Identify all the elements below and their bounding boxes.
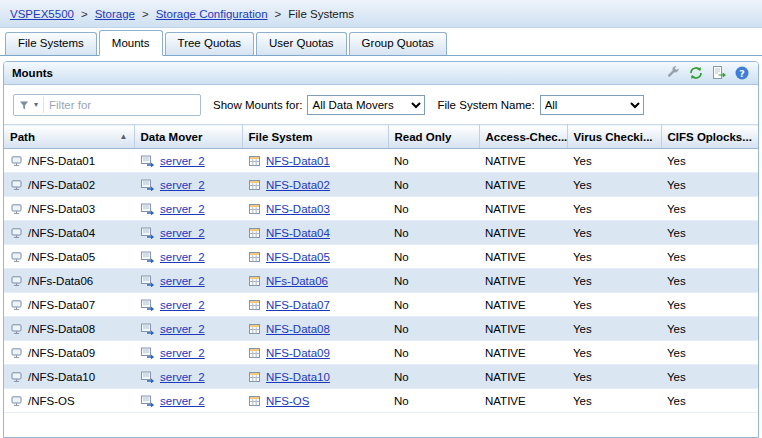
- mount-icon: [10, 395, 23, 407]
- tools-icon[interactable]: [665, 65, 681, 81]
- access-checking-value: NATIVE: [479, 389, 567, 413]
- access-checking-value: NATIVE: [479, 365, 567, 389]
- help-icon[interactable]: ?: [734, 65, 750, 81]
- file-system-link[interactable]: NFS-Data07: [266, 299, 330, 311]
- cifs-oplocks-value: Yes: [661, 341, 758, 365]
- data-mover-link[interactable]: server_2: [160, 227, 205, 239]
- table-row[interactable]: /NFS-Data02 server_2 NFS-Data02 No NATIV…: [4, 173, 758, 197]
- funnel-icon: [18, 99, 31, 112]
- table-row[interactable]: /NFS-Data07 server_2 NFS-Data07 No NATIV…: [4, 293, 758, 317]
- table-row[interactable]: /NFS-OS server_2 NFS-OS No NATIVE Yes Ye…: [4, 389, 758, 413]
- file-system-icon: [248, 251, 261, 263]
- table-row[interactable]: /NFS-Data04 server_2 NFS-Data04 No NATIV…: [4, 221, 758, 245]
- mounts-panel: Mounts: [3, 61, 759, 438]
- file-system-link[interactable]: NFS-OS: [266, 395, 309, 407]
- file-system-link[interactable]: NFS-Data05: [266, 251, 330, 263]
- show-mounts-select[interactable]: All Data Movers: [307, 95, 425, 115]
- breadcrumb: VSPEX5500 > Storage > Storage Configurat…: [0, 0, 762, 28]
- data-mover-link[interactable]: server_2: [160, 371, 205, 383]
- data-mover-link[interactable]: server_2: [160, 395, 205, 407]
- file-system-link[interactable]: NFS-Data09: [266, 347, 330, 359]
- read-only-value: No: [388, 245, 479, 269]
- file-system-link[interactable]: NFs-Data06: [266, 275, 328, 287]
- file-system-link[interactable]: NFS-Data01: [266, 155, 330, 167]
- file-system-icon: [248, 227, 261, 239]
- read-only-value: No: [388, 149, 479, 173]
- data-mover-icon: [140, 275, 155, 287]
- table-row[interactable]: /NFS-Data03 server_2 NFS-Data03 No NATIV…: [4, 197, 758, 221]
- breadcrumb-separator: >: [142, 8, 149, 20]
- data-mover-link[interactable]: server_2: [160, 347, 205, 359]
- table-row[interactable]: /NFS-Data05 server_2 NFS-Data05 No NATIV…: [4, 245, 758, 269]
- data-mover-link[interactable]: server_2: [160, 275, 205, 287]
- column-header-path[interactable]: Path ▲: [4, 125, 134, 149]
- refresh-icon[interactable]: [688, 65, 704, 81]
- data-mover-icon: [140, 347, 155, 359]
- access-checking-value: NATIVE: [479, 317, 567, 341]
- virus-checking-value: Yes: [567, 173, 661, 197]
- tab-user-quotas[interactable]: User Quotas: [256, 32, 347, 55]
- mount-path: /NFS-OS: [28, 395, 75, 407]
- file-system-icon: [248, 275, 261, 287]
- file-system-icon: [248, 371, 261, 383]
- read-only-value: No: [388, 365, 479, 389]
- tab-mounts[interactable]: Mounts: [99, 30, 163, 56]
- mount-path: /NFS-Data03: [28, 203, 95, 215]
- data-mover-link[interactable]: server_2: [160, 203, 205, 215]
- data-mover-icon: [140, 227, 155, 239]
- tab-file-systems[interactable]: File Systems: [5, 32, 97, 55]
- file-system-link[interactable]: NFS-Data03: [266, 203, 330, 215]
- show-mounts-label: Show Mounts for:: [213, 99, 302, 111]
- cifs-oplocks-value: Yes: [661, 293, 758, 317]
- breadcrumb-storage[interactable]: Storage: [95, 8, 135, 20]
- data-mover-link[interactable]: server_2: [160, 179, 205, 191]
- table-row[interactable]: /NFS-Data01 server_2 NFS-Data01 No NATIV…: [4, 149, 758, 173]
- cifs-oplocks-value: Yes: [661, 149, 758, 173]
- file-system-link[interactable]: NFS-Data08: [266, 323, 330, 335]
- column-header-file-system[interactable]: File System: [242, 125, 388, 149]
- file-system-name-label: File System Name:: [437, 99, 534, 111]
- filter-input[interactable]: [49, 99, 196, 111]
- read-only-value: No: [388, 341, 479, 365]
- column-header-data-mover[interactable]: Data Mover: [134, 125, 242, 149]
- breadcrumb-system[interactable]: VSPEX5500: [10, 8, 74, 20]
- mount-path: /NFs-Data06: [28, 275, 93, 287]
- access-checking-value: NATIVE: [479, 269, 567, 293]
- data-mover-link[interactable]: server_2: [160, 299, 205, 311]
- read-only-value: No: [388, 173, 479, 197]
- column-header-cifs-oplocks[interactable]: CIFS Oplocks...: [661, 125, 758, 149]
- column-header-read-only[interactable]: Read Only: [388, 125, 479, 149]
- table-row[interactable]: /NFS-Data10 server_2 NFS-Data10 No NATIV…: [4, 365, 758, 389]
- virus-checking-value: Yes: [567, 365, 661, 389]
- tab-tree-quotas[interactable]: Tree Quotas: [165, 32, 255, 55]
- data-mover-icon: [140, 155, 155, 167]
- cifs-oplocks-value: Yes: [661, 389, 758, 413]
- table-row[interactable]: /NFS-Data09 server_2 NFS-Data09 No NATIV…: [4, 341, 758, 365]
- data-mover-link[interactable]: server_2: [160, 323, 205, 335]
- export-icon[interactable]: [711, 65, 727, 81]
- file-system-link[interactable]: NFS-Data10: [266, 371, 330, 383]
- mount-path: /NFS-Data09: [28, 347, 95, 359]
- file-system-icon: [248, 323, 261, 335]
- file-system-link[interactable]: NFS-Data02: [266, 179, 330, 191]
- file-system-name-select[interactable]: All: [540, 95, 644, 115]
- filter-box: ▾: [13, 94, 201, 116]
- filter-button[interactable]: ▾: [18, 97, 44, 113]
- access-checking-value: NATIVE: [479, 245, 567, 269]
- mount-path: /NFS-Data10: [28, 371, 95, 383]
- table-row[interactable]: /NFS-Data08 server_2 NFS-Data08 No NATIV…: [4, 317, 758, 341]
- mounts-table: Path ▲ Data Mover File System Read Only …: [4, 124, 758, 413]
- column-header-access-checking[interactable]: Access-Chec...: [479, 125, 567, 149]
- file-system-link[interactable]: NFS-Data04: [266, 227, 330, 239]
- read-only-value: No: [388, 317, 479, 341]
- breadcrumb-storage-configuration[interactable]: Storage Configuration: [156, 8, 268, 20]
- data-mover-icon: [140, 371, 155, 383]
- data-mover-link[interactable]: server_2: [160, 251, 205, 263]
- column-header-virus-checking[interactable]: Virus Checki...: [567, 125, 661, 149]
- mount-icon: [10, 203, 23, 215]
- access-checking-value: NATIVE: [479, 173, 567, 197]
- table-row[interactable]: /NFs-Data06 server_2 NFs-Data06 No NATIV…: [4, 269, 758, 293]
- tab-group-quotas[interactable]: Group Quotas: [349, 32, 447, 55]
- cifs-oplocks-value: Yes: [661, 197, 758, 221]
- data-mover-link[interactable]: server_2: [160, 155, 205, 167]
